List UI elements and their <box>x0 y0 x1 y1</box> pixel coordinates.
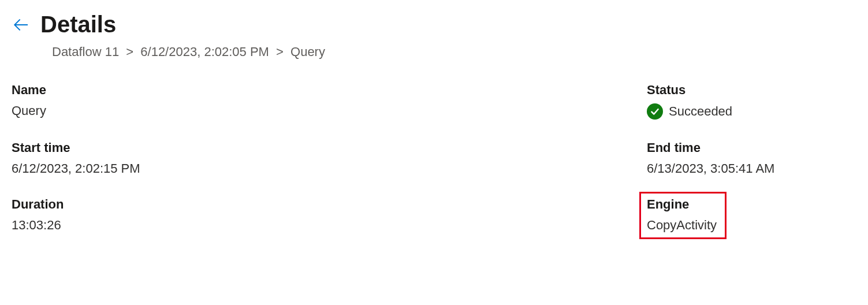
breadcrumb-separator: > <box>276 44 284 59</box>
duration-label: Duration <box>12 197 647 212</box>
breadcrumb-item-query: Query <box>290 44 325 59</box>
field-name: Name Query <box>12 83 647 120</box>
back-button[interactable] <box>12 16 30 34</box>
breadcrumb-separator: > <box>126 44 133 59</box>
field-duration: Duration 13:03:26 <box>12 197 647 239</box>
field-end-time: End time 6/13/2023, 3:05:41 AM <box>647 140 856 176</box>
field-engine-wrapper: Engine CopyActivity <box>647 197 856 239</box>
breadcrumb-item-timestamp[interactable]: 6/12/2023, 2:02:05 PM <box>140 44 269 59</box>
field-status: Status Succeeded <box>647 83 856 120</box>
name-label: Name <box>12 83 647 98</box>
status-row: Succeeded <box>647 103 856 120</box>
engine-highlight-box: Engine CopyActivity <box>639 192 727 239</box>
header-row: Details <box>12 12 856 38</box>
end-time-label: End time <box>647 140 856 155</box>
arrow-left-icon <box>12 16 30 34</box>
start-time-label: Start time <box>12 140 647 155</box>
field-start-time: Start time 6/12/2023, 2:02:15 PM <box>12 140 647 176</box>
success-icon <box>647 103 663 120</box>
duration-value: 13:03:26 <box>12 218 647 233</box>
details-grid: Name Query Status Succeeded Start time 6… <box>12 83 856 239</box>
start-time-value: 6/12/2023, 2:02:15 PM <box>12 161 647 176</box>
breadcrumb-item-dataflow[interactable]: Dataflow 11 <box>52 44 119 59</box>
breadcrumb: Dataflow 11 > 6/12/2023, 2:02:05 PM > Qu… <box>52 44 856 59</box>
end-time-value: 6/13/2023, 3:05:41 AM <box>647 161 856 176</box>
page-title: Details <box>40 12 116 38</box>
status-label: Status <box>647 83 856 98</box>
engine-label: Engine <box>647 197 717 212</box>
engine-value: CopyActivity <box>647 218 717 233</box>
status-value: Succeeded <box>669 104 732 119</box>
name-value: Query <box>12 103 647 118</box>
